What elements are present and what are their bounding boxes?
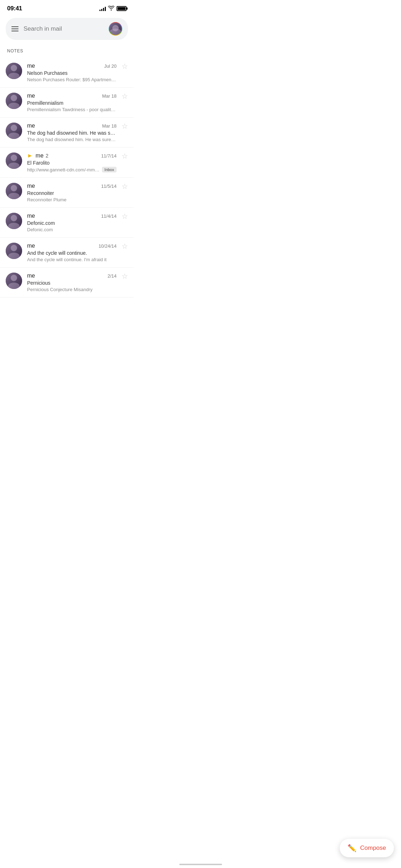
email-preview-row: Reconnoiter Plume: [27, 197, 117, 202]
email-preview: The dog had disowned him. He was sure of…: [27, 137, 117, 142]
email-subject: Premillennialism: [27, 100, 117, 106]
email-list: me Jul 20 Nelson Purchases Nelson Purcha…: [0, 58, 134, 298]
email-subject: El Farolito: [27, 160, 117, 166]
email-sender-row: me: [27, 273, 35, 279]
email-content: me 10/24/14 And the cycle will continue.…: [27, 243, 117, 262]
email-date: Mar 18: [102, 123, 117, 129]
email-subject: Nelson Purchases: [27, 70, 117, 76]
email-header: me 11/5/14: [27, 183, 117, 189]
signal-icon: [99, 6, 106, 11]
email-preview-row: Defonic.com: [27, 227, 117, 232]
email-preview-row: Pernicious Conjecture Misandry: [27, 287, 117, 292]
email-header: me Mar 18: [27, 123, 117, 129]
email-preview: Nelson Purchases Router: $95 Apartment D…: [27, 77, 117, 82]
email-sender: me: [27, 93, 35, 99]
email-content: me Mar 18 The dog had disowned him. He w…: [27, 123, 117, 142]
email-date: 11/7/14: [101, 153, 117, 159]
email-avatar: [6, 243, 22, 259]
email-sender-row: me: [27, 93, 35, 99]
profile-avatar-inner: [109, 23, 122, 35]
status-bar: 09:41: [0, 0, 134, 14]
star-icon[interactable]: ☆: [122, 123, 128, 130]
star-icon[interactable]: ☆: [122, 93, 128, 100]
email-preview: http://www.gannett-cdn.com/-mm-/9e15...: [27, 167, 100, 172]
hamburger-menu-icon[interactable]: [11, 26, 19, 31]
email-avatar: [6, 93, 22, 109]
email-avatar: [6, 63, 22, 79]
email-content: me 11/4/14 Defonic.com Defonic.com: [27, 213, 117, 232]
email-content: me 11/5/14 Reconnoiter Reconnoiter Plume: [27, 183, 117, 202]
email-header: me Mar 18: [27, 93, 117, 99]
email-preview-row: The dog had disowned him. He was sure of…: [27, 137, 117, 142]
email-preview-row: http://www.gannett-cdn.com/-mm-/9e15... …: [27, 167, 117, 172]
email-sender-row: me: [27, 243, 35, 249]
email-date: 11/5/14: [101, 184, 117, 189]
star-icon[interactable]: ☆: [122, 243, 128, 250]
email-subject: And the cycle will continue.: [27, 250, 117, 256]
search-container: Search in mail: [0, 14, 134, 46]
email-item[interactable]: me Jul 20 Nelson Purchases Nelson Purcha…: [0, 58, 134, 88]
star-icon[interactable]: ☆: [122, 63, 128, 70]
email-avatar: [6, 213, 22, 229]
email-avatar: [6, 123, 22, 139]
star-icon[interactable]: ☆: [122, 213, 128, 220]
email-sender: me: [27, 273, 35, 279]
email-header: me Jul 20: [27, 63, 117, 69]
email-preview: And the cycle will continue. I'm afraid …: [27, 257, 117, 262]
inbox-badge: Inbox: [102, 167, 117, 172]
email-avatar: [6, 273, 22, 289]
email-item[interactable]: me Mar 18 The dog had disowned him. He w…: [0, 118, 134, 148]
star-icon[interactable]: ☆: [122, 273, 128, 280]
search-bar[interactable]: Search in mail: [6, 18, 128, 40]
profile-avatar[interactable]: [109, 22, 122, 36]
email-item[interactable]: ► me 2 11/7/14 El Farolito http://www.ga…: [0, 148, 134, 178]
wifi-icon: [108, 6, 114, 12]
email-preview-row: And the cycle will continue. I'm afraid …: [27, 257, 117, 262]
email-date: 10/24/14: [98, 243, 117, 249]
email-sender: me: [27, 213, 35, 219]
email-date: 11/4/14: [101, 213, 117, 219]
email-item[interactable]: me 10/24/14 And the cycle will continue.…: [0, 238, 134, 268]
email-item[interactable]: me 2/14 Pernicious Pernicious Conjecture…: [0, 268, 134, 298]
section-label: NOTES: [0, 46, 134, 58]
email-count: 2: [46, 153, 48, 159]
email-item[interactable]: me Mar 18 Premillennialism Premillennial…: [0, 88, 134, 118]
email-preview: Pernicious Conjecture Misandry: [27, 287, 117, 292]
email-header: me 11/4/14: [27, 213, 117, 219]
email-sender: me: [36, 153, 43, 159]
email-sender: me: [27, 183, 35, 189]
email-date: Jul 20: [104, 63, 117, 69]
email-item[interactable]: me 11/4/14 Defonic.com Defonic.com ☆: [0, 208, 134, 238]
email-sender-row: me: [27, 213, 35, 219]
email-subject: Reconnoiter: [27, 190, 117, 196]
email-sender-row: ► me 2: [27, 153, 48, 159]
email-item[interactable]: me 11/5/14 Reconnoiter Reconnoiter Plume…: [0, 178, 134, 208]
email-header: me 10/24/14: [27, 243, 117, 249]
email-preview: Defonic.com: [27, 227, 117, 232]
email-sender: me: [27, 243, 35, 249]
status-time: 09:41: [7, 5, 22, 12]
email-content: me Mar 18 Premillennialism Premillennial…: [27, 93, 117, 112]
email-preview: Premillennialism Tawdriness - poor quali…: [27, 107, 117, 112]
star-icon[interactable]: ☆: [122, 153, 128, 160]
email-subject: The dog had disowned him. He was sure of…: [27, 130, 117, 136]
email-sender-row: me: [27, 123, 35, 129]
email-content: me 2/14 Pernicious Pernicious Conjecture…: [27, 273, 117, 292]
email-sender-row: me: [27, 63, 35, 69]
star-icon[interactable]: ☆: [122, 183, 128, 190]
email-preview-row: Premillennialism Tawdriness - poor quali…: [27, 107, 117, 112]
email-sender: me: [27, 123, 35, 129]
email-content: me Jul 20 Nelson Purchases Nelson Purcha…: [27, 63, 117, 82]
email-date: 2/14: [108, 273, 117, 279]
email-preview: Reconnoiter Plume: [27, 197, 117, 202]
email-sender-row: me: [27, 183, 35, 189]
email-avatar: [6, 183, 22, 199]
email-header: me 2/14: [27, 273, 117, 279]
email-subject: Defonic.com: [27, 220, 117, 226]
email-subject: Pernicious: [27, 280, 117, 286]
email-date: Mar 18: [102, 93, 117, 99]
search-input[interactable]: Search in mail: [24, 25, 104, 32]
email-sender: me: [27, 63, 35, 69]
email-avatar: [6, 153, 22, 169]
email-preview-row: Nelson Purchases Router: $95 Apartment D…: [27, 77, 117, 82]
